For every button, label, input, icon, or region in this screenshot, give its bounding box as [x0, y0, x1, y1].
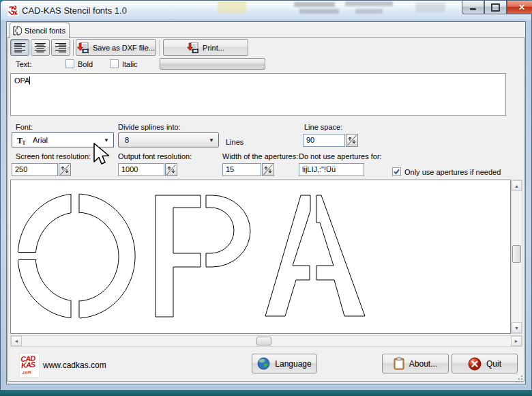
- titlebar-artifact: [415, 3, 445, 12]
- globe-icon: [257, 357, 270, 370]
- divide-splines-value: 8: [125, 136, 129, 144]
- font-label: Font:: [16, 123, 33, 131]
- aperture-exclude-input[interactable]: lijLIJ,:"!Üü: [299, 163, 364, 176]
- stencil-preview-canvas: [11, 180, 510, 333]
- window-controls: ✕: [462, 1, 532, 14]
- line-space-spinner[interactable]: [346, 134, 358, 147]
- toolbar-separator: [160, 40, 160, 56]
- scroll-up-button[interactable]: ▲: [512, 180, 522, 191]
- save-dxf-label: Save as DXF file...: [93, 44, 155, 52]
- horizontal-scrollbar[interactable]: ◄ ►: [10, 335, 522, 347]
- scroll-down-button[interactable]: ▼: [512, 322, 522, 333]
- truetype-icon: T T: [17, 136, 27, 145]
- stencil-letter-A-left: [265, 195, 310, 316]
- cadkas-logo: CADKAS.com: [19, 353, 40, 378]
- text-caret: [29, 76, 30, 85]
- tab-label: Stencil fonts: [25, 27, 65, 35]
- spinner-icon: [166, 164, 177, 175]
- output-resolution-input[interactable]: 1000: [118, 163, 164, 176]
- maximize-button[interactable]: [484, 1, 507, 14]
- stencil-letter-P-stem: [156, 195, 201, 317]
- aperture-width-input[interactable]: 15: [222, 163, 261, 176]
- scroll-right-button[interactable]: ►: [511, 336, 522, 346]
- resize-grip[interactable]: [515, 375, 523, 383]
- window-title: CAD-KAS Stencil fonts 1.0: [22, 5, 127, 16]
- vertical-scrollbar[interactable]: ▲ ▼: [511, 180, 522, 334]
- app-logo-icon: [8, 5, 19, 16]
- align-left-icon: [14, 42, 25, 53]
- align-center-icon: [35, 42, 46, 53]
- stencil-tab-icon: [13, 26, 22, 36]
- line-space-input[interactable]: 90: [303, 134, 345, 147]
- scroll-left-button[interactable]: ◄: [11, 336, 22, 346]
- quit-x-icon: [468, 357, 482, 371]
- clipboard-icon: [394, 357, 404, 370]
- align-right-icon: [55, 42, 66, 53]
- toolbar-separator: [73, 40, 74, 56]
- spinner-icon: [346, 135, 357, 146]
- divide-splines-label: Divide splines into:: [118, 123, 181, 131]
- check-icon: [393, 168, 400, 175]
- titlebar-artifact: [294, 2, 335, 7]
- save-dxf-button[interactable]: Save as DXF file...: [76, 39, 156, 56]
- svg-text:T: T: [22, 139, 26, 145]
- italic-checkbox[interactable]: [110, 59, 119, 68]
- close-button[interactable]: ✕: [507, 1, 532, 14]
- print-icon: [187, 42, 198, 53]
- print-label: Print...: [203, 44, 224, 52]
- maximize-icon: [491, 3, 500, 12]
- stencil-preview: [10, 180, 511, 334]
- close-icon: ✕: [518, 3, 525, 12]
- titlebar-artifact: [299, 9, 339, 14]
- about-button[interactable]: About...: [382, 354, 449, 373]
- print-button[interactable]: Print...: [163, 39, 248, 56]
- horizontal-scroll-thumb[interactable]: [256, 337, 271, 345]
- spinner-icon: [263, 164, 274, 175]
- line-space-label: Line space:: [304, 123, 342, 131]
- stencil-letter-A-right: [316, 195, 365, 316]
- save-dxf-icon: [77, 42, 89, 53]
- chevron-down-icon: ▼: [209, 137, 214, 143]
- screen-resolution-label: Screen font resolution:: [16, 152, 91, 160]
- minimize-button[interactable]: [462, 1, 484, 14]
- text-label: Text:: [16, 60, 31, 68]
- language-label: Language: [275, 359, 311, 369]
- language-button[interactable]: Language: [252, 354, 317, 373]
- vertical-scroll-thumb[interactable]: [512, 245, 521, 263]
- bold-label: Bold: [78, 60, 93, 68]
- text-input-value: OPA: [14, 76, 29, 85]
- application-window: CAD-KAS Stencil fonts 1.0 ✕ Stencil font…: [0, 0, 532, 391]
- align-right-button[interactable]: [51, 39, 70, 56]
- screen-resolution-input[interactable]: 250: [12, 163, 58, 176]
- divide-splines-combobox[interactable]: 8 ▼: [118, 132, 219, 147]
- aperture-width-spinner[interactable]: [262, 163, 274, 176]
- titlebar-artifact: [345, 1, 393, 6]
- progress-bar: [160, 58, 265, 70]
- only-apertures-label: Only use apertures if needed: [404, 168, 501, 176]
- tab-stencil-fonts[interactable]: Stencil fonts: [10, 23, 70, 38]
- spinner-icon: [59, 164, 70, 175]
- bold-checkbox[interactable]: [65, 59, 74, 68]
- only-apertures-checkbox[interactable]: [392, 167, 401, 176]
- align-left-button[interactable]: [10, 39, 29, 56]
- minimize-icon: [470, 8, 476, 10]
- aperture-exclude-label: Do not use apertures for:: [299, 152, 382, 160]
- font-value: Arial: [33, 136, 48, 144]
- align-center-button[interactable]: [31, 39, 50, 56]
- italic-label: Italic: [122, 60, 138, 68]
- aperture-width-label: Width of the apertures:: [222, 152, 298, 160]
- text-input[interactable]: OPA: [10, 73, 506, 116]
- titlebar-artifact: [355, 9, 383, 14]
- about-label: About...: [409, 359, 437, 369]
- lines-label: Lines: [226, 138, 243, 146]
- stencil-letter-P-bowl: [206, 195, 250, 267]
- quit-label: Quit: [486, 359, 501, 369]
- website-link[interactable]: www.cadkas.com: [43, 360, 106, 370]
- quit-button[interactable]: Quit: [452, 354, 518, 373]
- screen-resolution-spinner[interactable]: [59, 163, 71, 176]
- output-resolution-label: Output font resolution:: [118, 152, 192, 160]
- titlebar-artifact: [218, 1, 246, 13]
- output-resolution-spinner[interactable]: [165, 163, 177, 176]
- mouse-cursor: [92, 142, 110, 167]
